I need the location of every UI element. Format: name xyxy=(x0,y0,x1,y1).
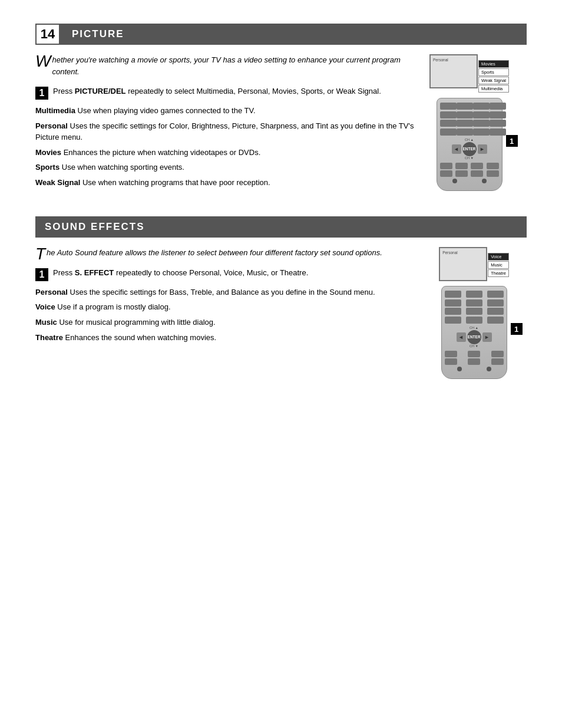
sr-btn-1 xyxy=(445,291,461,298)
drop-cap-w: W xyxy=(35,54,51,68)
sr-dot-2 xyxy=(487,367,491,371)
r-btn-18 xyxy=(455,163,468,169)
menu-item-multimedia: Multimedia xyxy=(478,85,509,93)
r-btn-9 xyxy=(440,120,457,127)
r-row-2 xyxy=(440,111,499,118)
sr-btn-6 xyxy=(487,299,504,307)
r-row-5 xyxy=(440,163,499,169)
r-btn-5 xyxy=(440,111,457,118)
sound-remote: CH ▲ ◄ ENTER ► CH ▼ xyxy=(441,286,507,379)
sound-sub-items: Personal Uses the specific settings for … xyxy=(35,287,427,344)
sound-step-1-content: Press S. EFFECT repeatedly to choose Per… xyxy=(53,267,308,281)
r-btn-11 xyxy=(473,120,490,127)
sright-arrow: ► xyxy=(482,332,492,342)
sub-item-voice: Voice Use if a program is mostly dialog. xyxy=(35,302,427,313)
sr-btn-18 xyxy=(491,358,504,365)
r-btn-20 xyxy=(487,163,499,169)
sr-row-1 xyxy=(445,291,504,298)
r-btn-15 xyxy=(473,129,490,136)
picture-tv-wrapper: Personal Movies Sports Weak Signal Multi… xyxy=(429,54,509,93)
sound-text-area: The Auto Sound feature allows the listen… xyxy=(35,247,427,379)
sr-bottom xyxy=(445,367,504,371)
sub-item-multimedia: Multimedia Use when playing video games … xyxy=(35,106,418,117)
sound-dpad: CH ▲ ◄ ENTER ► CH ▼ xyxy=(454,326,494,348)
sub-item-theatre: Theatre Enhances the sound when watching… xyxy=(35,332,427,344)
section-number: 14 xyxy=(35,24,60,45)
menu-item-sports: Sports xyxy=(478,68,509,76)
left-arrow: ◄ xyxy=(452,144,461,154)
sr-btn-5 xyxy=(466,299,482,307)
ch-down-label: CH ▼ xyxy=(465,156,474,160)
sr-dot-1 xyxy=(457,367,462,371)
r-dot-2 xyxy=(482,179,487,183)
sr-row-4 xyxy=(445,317,504,324)
r-btn-19 xyxy=(471,163,483,169)
r-row-4 xyxy=(440,129,499,136)
sr-btn-3 xyxy=(487,291,504,298)
sr-btn-11 xyxy=(466,317,482,324)
r-row-3 xyxy=(440,120,499,127)
r-bottom xyxy=(440,179,499,183)
r-dot-1 xyxy=(452,179,457,183)
ch-up-label: CH ▲ xyxy=(465,138,474,141)
r-btn-1 xyxy=(440,103,457,110)
picture-sub-items: Multimedia Use when playing video games … xyxy=(35,106,418,189)
picture-tv-screen: Personal xyxy=(429,54,478,88)
sound-menu-item-theatre: Theatre xyxy=(488,269,509,277)
sr-btn-10 xyxy=(445,317,461,324)
r-btn-12 xyxy=(490,120,506,127)
right-arrow: ► xyxy=(478,144,487,154)
sr-btn-7 xyxy=(445,308,461,315)
sound-menu-item-music: Music xyxy=(488,261,509,269)
r-btn-7 xyxy=(473,111,490,118)
sound-section-title: Sound Effects xyxy=(35,221,145,233)
step-number-1: 1 xyxy=(35,87,48,100)
s-effect-bold: S. EFFECT xyxy=(75,268,114,277)
sr-row-2 xyxy=(445,299,504,307)
sound-step-number-1: 1 xyxy=(35,268,48,281)
sr-btn-17 xyxy=(468,358,480,365)
picture-dpad: CH ▲ ◄ ENTER ► CH ▼ xyxy=(449,138,490,160)
sch-up-label: CH ▲ xyxy=(470,326,478,330)
sleft-arrow: ◄ xyxy=(457,332,466,342)
sub-item-music: Music Use for musical programming with l… xyxy=(35,317,427,328)
sub-item-personal-sound: Personal Uses the specific settings for … xyxy=(35,287,427,298)
r-btn-22 xyxy=(455,170,468,177)
picture-step-1: 1 Press PICTURE/DEL repeatedly to select… xyxy=(35,85,418,100)
sound-menu-item-voice: Voice xyxy=(488,253,509,261)
tv-label: Personal xyxy=(433,58,448,62)
sound-section-body: The Auto Sound feature allows the listen… xyxy=(35,247,527,379)
sr-btn-8 xyxy=(466,308,482,315)
sr-row-5 xyxy=(445,351,504,357)
sr-btn-13 xyxy=(445,351,457,357)
sr-row-3 xyxy=(445,308,504,315)
r-btn-21 xyxy=(440,170,452,177)
sound-step-badge: 1 xyxy=(511,323,523,335)
picture-remote-body: CH ▲ ◄ ENTER ► CH ▼ xyxy=(437,98,503,191)
sub-item-weak-signal: Weak Signal Use when watching programs t… xyxy=(35,177,418,189)
sound-intro: The Auto Sound feature allows the listen… xyxy=(35,247,427,259)
step-1-bold: PICTURE/DEL xyxy=(75,87,126,95)
r-btn-2 xyxy=(457,103,473,110)
picture-image-area: Personal Movies Sports Weak Signal Multi… xyxy=(429,54,527,193)
sound-tv-wrapper: Personal Voice Music Theatre xyxy=(439,247,509,281)
r-btn-4 xyxy=(490,103,506,110)
enter-btn: ENTER xyxy=(462,142,477,156)
sr-btn-4 xyxy=(445,299,461,307)
page: 14 Picture Whether you're watching a mov… xyxy=(0,0,562,728)
r-btn-23 xyxy=(471,170,483,177)
r-btn-10 xyxy=(457,120,473,127)
r-row-1 xyxy=(440,103,499,110)
r-btn-16 xyxy=(490,129,506,136)
sub-item-movies: Movies Enhances the picture when watchin… xyxy=(35,147,418,159)
r-btn-14 xyxy=(457,129,473,136)
sr-btn-14 xyxy=(468,351,480,357)
sr-btn-9 xyxy=(487,308,504,315)
picture-menu-popup: Movies Sports Weak Signal Multimedia xyxy=(478,60,509,93)
sound-section-header: Sound Effects xyxy=(35,216,527,238)
picture-step-badge: 1 xyxy=(506,135,518,147)
sound-remote-body: CH ▲ ◄ ENTER ► CH ▼ xyxy=(441,286,507,379)
senter-btn: ENTER xyxy=(467,330,481,344)
picture-section-header: 14 Picture xyxy=(35,24,527,45)
sub-item-sports: Sports Use when watching sporting events… xyxy=(35,162,418,173)
